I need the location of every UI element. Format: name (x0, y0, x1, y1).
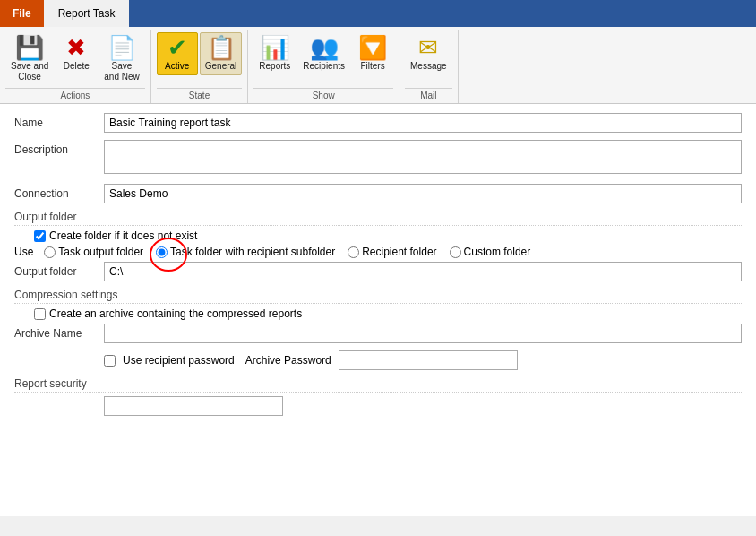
output-folder-section: Output folder (14, 211, 742, 226)
report-security-container (104, 396, 742, 416)
create-archive-checkbox[interactable] (34, 308, 46, 320)
name-input[interactable] (104, 113, 742, 133)
recipients-icon: 👥 (310, 36, 339, 59)
report-security-input[interactable] (104, 396, 283, 416)
archive-name-container (104, 324, 742, 343)
report-task-tab[interactable]: Report Task (44, 0, 130, 27)
ribbon-group-label-state: State (157, 88, 243, 103)
radio-task-output: Task output folder (44, 246, 143, 258)
create-folder-label: Create folder if it does not exist (49, 229, 197, 242)
archive-password-label: Archive Password (245, 354, 331, 367)
radio-custom-folder-input[interactable] (450, 246, 461, 258)
output-folder-path-label: Output folder (14, 262, 104, 278)
recipients-button[interactable]: 👥Recipients (297, 32, 350, 75)
radio-task-recipient: Task folder with recipient subfolder (156, 246, 335, 258)
connection-row: Connection (14, 184, 742, 203)
radio-task-recipient-input[interactable] (156, 246, 168, 258)
name-value-container (104, 113, 742, 133)
description-row: Description (14, 140, 742, 177)
recipients-label: Recipients (303, 61, 345, 72)
save-close-button[interactable]: 💾Save and Close (5, 32, 54, 86)
filters-icon: 🔽 (358, 36, 387, 59)
delete-icon: ✖ (66, 36, 86, 59)
output-folder-path-container (104, 262, 742, 281)
file-tab[interactable]: File (0, 0, 44, 27)
output-folder-path-input[interactable] (104, 262, 742, 281)
archive-name-input[interactable] (104, 324, 742, 343)
create-folder-row: Create folder if it does not exist (14, 229, 742, 242)
radio-task-output-label: Task output folder (58, 246, 143, 258)
description-value-container (104, 140, 742, 177)
reports-button[interactable]: 📊Reports (253, 32, 296, 75)
report-security-row (14, 396, 742, 416)
ribbon: 💾Save and Close✖Delete📄Save and NewActio… (0, 27, 756, 104)
use-label: Use (14, 246, 33, 258)
name-row: Name (14, 113, 742, 133)
connection-value-container (104, 184, 742, 203)
radio-recipient-folder-label: Recipient folder (362, 246, 436, 258)
create-folder-checkbox[interactable] (34, 230, 46, 242)
ribbon-group-show: 📊Reports👥Recipients🔽FiltersShow (248, 30, 399, 103)
connection-input[interactable] (104, 184, 742, 203)
ribbon-group-label-actions: Actions (5, 88, 145, 103)
general-label: General (205, 61, 237, 72)
delete-button[interactable]: ✖Delete (56, 32, 97, 75)
filters-button[interactable]: 🔽Filters (352, 32, 393, 75)
archive-name-label: Archive Name (14, 324, 104, 340)
delete-label: Delete (64, 61, 90, 72)
password-row: Use recipient password Archive Password (14, 350, 742, 370)
radio-task-output-input[interactable] (44, 246, 56, 258)
message-button[interactable]: ✉Message (405, 32, 452, 75)
ribbon-group-label-mail: Mail (405, 88, 452, 103)
report-security-section: Report security (14, 377, 742, 393)
radio-task-recipient-label: Task folder with recipient subfolder (170, 246, 335, 258)
radio-recipient-folder-input[interactable] (348, 246, 359, 258)
active-icon: ✔ (168, 36, 187, 59)
report-security-label (14, 396, 104, 400)
use-radio-row: Use Task output folder Task folder with … (14, 246, 742, 258)
compression-section: Compression settings (14, 289, 742, 304)
message-label: Message (410, 61, 447, 72)
save-new-label: Save and New (104, 61, 139, 82)
radio-custom-folder-label: Custom folder (464, 246, 531, 258)
name-label: Name (14, 113, 104, 129)
use-recipient-password-checkbox[interactable] (104, 355, 116, 367)
archive-password-input[interactable] (339, 350, 518, 370)
password-section-label (14, 350, 104, 354)
connection-label: Connection (14, 184, 104, 200)
save-new-icon: 📄 (107, 36, 136, 59)
output-folder-path-row: Output folder (14, 262, 742, 281)
save-close-icon: 💾 (15, 36, 44, 59)
reports-icon: 📊 (261, 36, 289, 59)
ribbon-group-state: ✔Active📋GeneralState (151, 30, 249, 103)
active-label: Active (165, 61, 189, 72)
ribbon-group-mail: ✉MessageMail (399, 30, 459, 103)
use-recipient-password-label: Use recipient password (123, 354, 235, 367)
message-icon: ✉ (418, 36, 438, 59)
save-close-label: Save and Close (11, 61, 48, 82)
radio-recipient-folder: Recipient folder (348, 246, 436, 258)
radio-custom-folder: Custom folder (450, 246, 531, 258)
create-archive-label: Create an archive containing the compres… (49, 307, 302, 320)
reports-label: Reports (259, 61, 290, 72)
general-button[interactable]: 📋General (200, 32, 243, 75)
ribbon-group-label-show: Show (253, 88, 393, 103)
active-button[interactable]: ✔Active (157, 32, 198, 75)
ribbon-group-actions: 💾Save and Close✖Delete📄Save and NewActio… (0, 30, 151, 103)
filters-label: Filters (360, 61, 384, 72)
save-new-button[interactable]: 📄Save and New (99, 32, 144, 86)
description-input[interactable] (104, 140, 742, 174)
create-archive-row: Create an archive containing the compres… (14, 307, 742, 320)
form-content: Name Description Connection Output folde… (0, 104, 756, 516)
description-label: Description (14, 140, 104, 156)
title-bar: File Report Task (0, 0, 756, 27)
password-fields-container: Use recipient password Archive Password (104, 350, 742, 370)
archive-name-row: Archive Name (14, 324, 742, 343)
general-icon: 📋 (207, 36, 236, 59)
